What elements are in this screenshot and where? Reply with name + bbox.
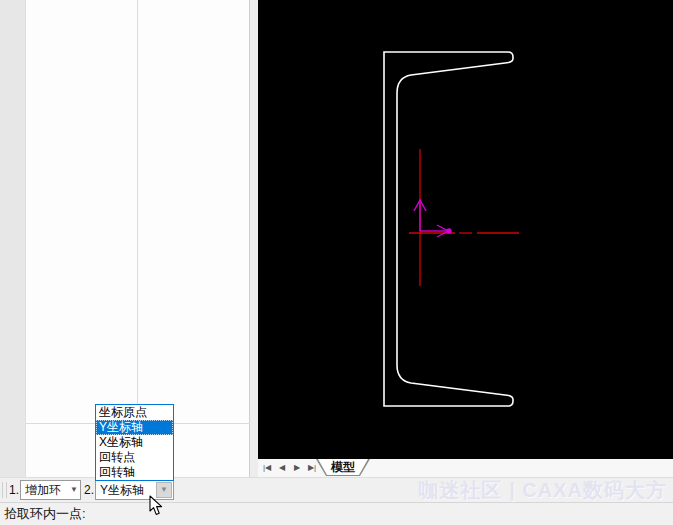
sheet-tabbar: |◀ ◀ ▶ ▶| 模型	[258, 459, 673, 477]
panel-divider-vertical	[137, 0, 138, 423]
centerlines	[409, 149, 519, 286]
dropdown-item[interactable]: 回转点	[96, 450, 173, 465]
next-sheet-icon[interactable]: ▶	[290, 459, 304, 477]
drawing-canvas[interactable]	[258, 0, 673, 459]
dropdown-item[interactable]: X坐标轴	[96, 435, 173, 450]
status-prompt: 拾取环内一点:	[4, 503, 86, 525]
loop-mode-value: 增加环	[25, 481, 61, 499]
dropdown-item[interactable]: Y坐标轴	[96, 420, 173, 435]
first-sheet-icon[interactable]: |◀	[260, 459, 274, 477]
tab-model-label: 模型	[317, 459, 369, 475]
status-bar: 拾取环内一点:	[0, 502, 673, 525]
field1-label: 1.	[9, 478, 19, 502]
axis-dropdown-list: 坐标原点 Y坐标轴 X坐标轴 回转点 回转轴	[95, 404, 174, 481]
toolbar-grip[interactable]	[2, 482, 7, 498]
tab-model[interactable]: 模型	[316, 459, 370, 476]
watermark-text: 咖迷社区 | CAXA数码大方	[419, 478, 667, 503]
dropdown-item[interactable]: 回转轴	[96, 465, 173, 480]
app-window: |◀ ◀ ▶ ▶| 模型 1. 增加环 ▼ 2. Y坐标轴 ▼ 咖迷社区 | C…	[0, 0, 673, 525]
drawing-svg	[258, 0, 673, 459]
axis-value: Y坐标轴	[100, 481, 144, 499]
field2-label: 2.	[84, 478, 94, 502]
prev-sheet-icon[interactable]: ◀	[275, 459, 289, 477]
chevron-down-icon[interactable]: ▼	[70, 481, 78, 499]
axis-combobox[interactable]: Y坐标轴 ▼	[95, 480, 174, 500]
last-sheet-icon[interactable]: ▶|	[305, 459, 319, 477]
chevron-down-icon[interactable]: ▼	[156, 482, 172, 498]
dropdown-item[interactable]: 坐标原点	[96, 405, 173, 420]
left-rail	[0, 0, 26, 477]
loop-mode-combobox[interactable]: 增加环 ▼	[20, 480, 81, 500]
